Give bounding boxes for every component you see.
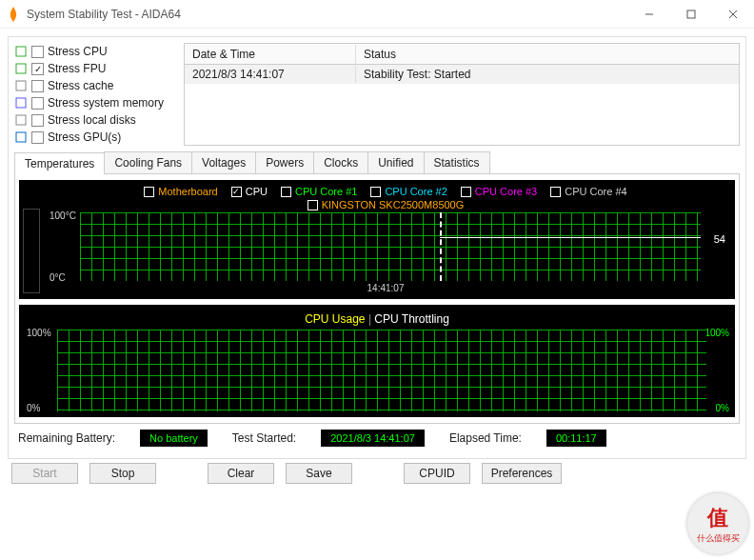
cpu-graph-title: CPU Usage | CPU Throttling <box>19 312 735 326</box>
cpu-rtop: 100% <box>704 328 729 338</box>
legend-label: CPU Core #4 <box>565 186 626 197</box>
checkbox[interactable] <box>31 63 44 75</box>
log-header-datetime[interactable]: Date & Time <box>185 45 356 64</box>
main-panel: Stress CPU Stress FPU Stress cache Stres… <box>8 36 746 459</box>
stress-option[interactable]: Stress CPU <box>14 43 176 60</box>
temp-event-line <box>440 212 442 281</box>
stress-option[interactable]: Stress system memory <box>14 94 176 111</box>
log-cell-status: Stability Test: Started <box>356 66 739 83</box>
started-value: 2021/8/3 14:41:07 <box>321 430 425 447</box>
tab-unified[interactable]: Unified <box>367 151 424 173</box>
minimize-button[interactable] <box>628 0 670 29</box>
log-cell-datetime: 2021/8/3 14:41:07 <box>185 66 356 83</box>
temp-legend-row2: KINGSTON SKC2500M8500G <box>42 199 729 210</box>
svg-rect-5 <box>16 64 26 73</box>
svg-rect-6 <box>16 81 26 90</box>
svg-rect-7 <box>16 98 26 108</box>
temp-legend-row1: Motherboard CPU CPU Core #1 CPU Core #2 … <box>42 186 729 197</box>
svg-rect-9 <box>16 132 26 142</box>
graph-gutter <box>23 209 40 293</box>
stress-option[interactable]: Stress cache <box>14 77 176 94</box>
device-icon <box>14 113 28 127</box>
device-icon <box>14 130 28 144</box>
legend-item[interactable]: CPU Core #1 <box>281 186 357 197</box>
checkbox[interactable] <box>281 187 291 197</box>
started-label: Test Started: <box>232 431 296 445</box>
legend-item[interactable]: CPU Core #2 <box>370 186 446 197</box>
checkbox[interactable] <box>370 187 381 197</box>
stress-option[interactable]: Stress local disks <box>14 111 176 129</box>
checkbox[interactable] <box>31 131 44 144</box>
log-row[interactable]: 2021/8/3 14:41:07 Stability Test: Starte… <box>185 65 739 84</box>
tab-voltages[interactable]: Voltages <box>191 151 256 173</box>
button-row: Start Stop Clear Save CPUID Preferences <box>8 459 746 488</box>
stress-option-label: Stress local disks <box>48 113 136 127</box>
upper-row: Stress CPU Stress FPU Stress cache Stres… <box>14 43 740 146</box>
clear-button[interactable]: Clear <box>208 463 274 484</box>
stress-option[interactable]: Stress GPU(s) <box>14 129 176 146</box>
checkbox[interactable] <box>144 187 154 197</box>
legend-item[interactable]: KINGSTON SKC2500M8500G <box>308 199 465 210</box>
tab-temperatures[interactable]: Temperatures <box>14 152 105 174</box>
cpuid-button[interactable]: CPUID <box>404 463 470 484</box>
legend-item[interactable]: Motherboard <box>144 186 217 197</box>
legend-item[interactable]: CPU Core #3 <box>461 186 537 197</box>
cpu-title-sep: | <box>368 312 371 326</box>
legend-item[interactable]: CPU <box>231 186 268 197</box>
temp-ybot: 0°C <box>50 272 66 283</box>
tab-powers[interactable]: Powers <box>255 151 314 173</box>
cpu-throttle-label: CPU Throttling <box>374 312 448 326</box>
checkbox[interactable] <box>31 46 44 58</box>
tab-cooling-fans[interactable]: Cooling Fans <box>104 151 192 173</box>
elapsed-value: 00:11:17 <box>546 430 606 447</box>
titlebar: System Stability Test - AIDA64 <box>0 0 754 29</box>
stress-option-label: Stress cache <box>48 79 113 92</box>
checkbox[interactable] <box>31 114 44 127</box>
legend-label: CPU Core #3 <box>475 186 537 197</box>
elapsed-label: Elapsed Time: <box>449 431 522 445</box>
log-header-status[interactable]: Status <box>356 45 739 64</box>
log-header: Date & Time Status <box>185 44 739 65</box>
legend-label: KINGSTON SKC2500M8500G <box>322 199 465 210</box>
log-table: Date & Time Status 2021/8/3 14:41:07 Sta… <box>184 43 740 146</box>
device-icon <box>14 79 28 92</box>
battery-value: No battery <box>140 430 208 447</box>
stop-button[interactable]: Stop <box>89 463 156 484</box>
cpu-ltop: 100% <box>27 328 51 338</box>
device-icon <box>14 96 28 110</box>
close-button[interactable] <box>712 0 754 29</box>
checkbox[interactable] <box>550 187 561 197</box>
stress-options: Stress CPU Stress FPU Stress cache Stres… <box>14 43 176 146</box>
cpu-usage-label: CPU Usage <box>305 312 365 326</box>
cpu-lbot: 0% <box>27 403 40 413</box>
main-content: Stress CPU Stress FPU Stress cache Stres… <box>0 29 754 491</box>
legend-label: CPU <box>246 186 268 197</box>
window-controls <box>628 0 754 29</box>
temp-grid-wrap: 54 <box>80 212 701 281</box>
start-button[interactable]: Start <box>11 463 78 484</box>
window-title: System Stability Test - AIDA64 <box>27 8 628 21</box>
stress-option[interactable]: Stress FPU <box>14 60 176 77</box>
temp-xlabel: 14:41:07 <box>42 283 729 293</box>
tabs: TemperaturesCooling FansVoltagesPowersCl… <box>14 151 740 173</box>
checkbox[interactable] <box>231 187 242 197</box>
watermark: 值 什么值得买 <box>687 493 748 554</box>
maximize-button[interactable] <box>670 0 712 29</box>
checkbox[interactable] <box>308 200 318 210</box>
device-icon <box>14 45 28 58</box>
status-row: Remaining Battery: No battery Test Start… <box>14 424 740 452</box>
device-icon <box>14 62 28 75</box>
checkbox[interactable] <box>31 97 44 110</box>
battery-label: Remaining Battery: <box>18 431 115 445</box>
watermark-char: 值 <box>707 504 728 532</box>
checkbox[interactable] <box>461 187 471 197</box>
tab-clocks[interactable]: Clocks <box>313 151 368 173</box>
stress-option-label: Stress GPU(s) <box>48 130 121 144</box>
legend-item[interactable]: CPU Core #4 <box>550 186 626 197</box>
save-button[interactable]: Save <box>286 463 352 484</box>
app-icon <box>6 7 21 22</box>
tab-statistics[interactable]: Statistics <box>424 151 490 173</box>
cpu-grid-wrap <box>57 330 706 411</box>
preferences-button[interactable]: Preferences <box>482 463 562 484</box>
checkbox[interactable] <box>31 80 44 92</box>
